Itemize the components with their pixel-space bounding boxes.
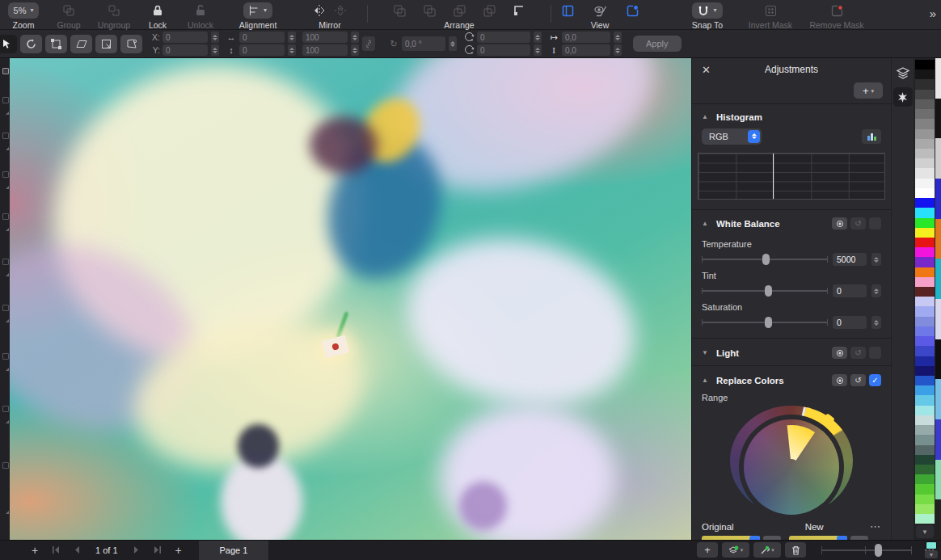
document-color-swatch[interactable] xyxy=(926,541,937,549)
preview-eye-icon[interactable] xyxy=(593,5,607,17)
tint-slider[interactable] xyxy=(702,285,828,297)
edge-swatch[interactable] xyxy=(935,58,941,99)
shift-y-stepper[interactable] xyxy=(614,44,622,56)
perspective-tool-button[interactable] xyxy=(120,35,142,53)
send-backward-icon[interactable] xyxy=(424,5,436,17)
color-swatch[interactable] xyxy=(915,208,935,217)
edge-swatch[interactable] xyxy=(935,339,941,380)
y-input[interactable]: 0 xyxy=(162,44,208,56)
color-swatch[interactable] xyxy=(915,198,935,208)
temperature-stepper[interactable] xyxy=(871,253,881,266)
color-swatch[interactable] xyxy=(915,257,935,267)
color-swatch[interactable] xyxy=(915,336,935,346)
tools-strip[interactable] xyxy=(0,58,10,540)
first-page-button[interactable] xyxy=(45,545,66,556)
rotation-stepper[interactable] xyxy=(449,36,457,51)
color-swatch[interactable] xyxy=(915,465,935,474)
mirror-vertical-icon[interactable] xyxy=(334,5,347,16)
replace-colors-reset-button[interactable]: ↺ xyxy=(850,374,866,386)
skew-y-stepper[interactable] xyxy=(534,44,542,56)
layers-panel-button[interactable] xyxy=(893,63,913,82)
height-stepper[interactable] xyxy=(288,44,296,56)
color-swatch[interactable] xyxy=(915,455,935,465)
color-swatch[interactable] xyxy=(915,60,935,69)
bring-forward-icon[interactable] xyxy=(394,5,406,17)
group-button[interactable]: Group xyxy=(47,0,91,30)
color-swatch[interactable] xyxy=(915,79,935,89)
scale-width-input[interactable]: 100 xyxy=(302,32,348,43)
color-swatch[interactable] xyxy=(915,445,935,455)
page-tab[interactable]: Page 1 xyxy=(199,541,269,560)
ungroup-button[interactable]: Ungroup xyxy=(91,0,137,30)
color-swatch[interactable] xyxy=(915,306,935,316)
layer-opacity-slider[interactable] xyxy=(821,542,912,558)
color-swatch[interactable] xyxy=(915,474,935,484)
color-swatch[interactable] xyxy=(915,376,935,385)
color-swatch[interactable] xyxy=(915,218,935,228)
color-swatch[interactable] xyxy=(915,317,935,326)
color-swatch[interactable] xyxy=(915,356,935,366)
color-scroll-down-button[interactable]: ▼ xyxy=(925,550,938,558)
color-swatch[interactable] xyxy=(915,149,935,158)
shift-y-input[interactable]: 0,0 xyxy=(562,44,610,56)
corner-icon[interactable] xyxy=(513,5,525,16)
new-layer-menu-button[interactable]: ▾ xyxy=(722,542,749,558)
add-page-button[interactable]: + xyxy=(24,544,45,557)
collapse-caret-icon[interactable]: ▲ xyxy=(702,220,710,227)
rotation-input[interactable]: 0,0 ° xyxy=(402,36,445,51)
x-stepper[interactable] xyxy=(211,32,219,43)
edge-swatch[interactable] xyxy=(935,379,941,419)
white-balance-reset-button[interactable]: ↺ xyxy=(850,217,866,229)
temperature-slider[interactable] xyxy=(702,254,828,265)
color-swatch[interactable] xyxy=(915,109,935,119)
color-swatch[interactable] xyxy=(915,188,935,198)
color-swatch[interactable] xyxy=(915,495,935,504)
move-tool-button[interactable] xyxy=(0,35,17,53)
apply-button[interactable]: Apply xyxy=(633,36,681,52)
shift-x-input[interactable]: 0,0 xyxy=(562,32,610,43)
alignment-dropdown[interactable]: ▾ xyxy=(243,2,272,19)
saturation-value[interactable]: 0 xyxy=(833,316,867,329)
shift-x-stepper[interactable] xyxy=(614,32,622,43)
lock-button[interactable]: Lock xyxy=(137,0,178,30)
height-input[interactable]: 0 xyxy=(239,44,285,56)
scale-tool-button[interactable] xyxy=(95,35,117,53)
color-wheel[interactable] xyxy=(730,406,853,516)
channel-select[interactable]: RGB xyxy=(702,128,762,145)
close-icon[interactable]: ✕ xyxy=(702,64,715,76)
scale-height-input[interactable]: 100 xyxy=(302,44,348,56)
scale-height-stepper[interactable] xyxy=(351,44,359,56)
color-swatch[interactable] xyxy=(915,366,935,376)
edge-swatch[interactable] xyxy=(935,419,941,460)
rotate-tool-button[interactable] xyxy=(20,35,42,53)
more-options-button[interactable]: ⋯ xyxy=(870,520,881,533)
remove-mask-button[interactable]: Remove Mask xyxy=(802,0,871,30)
toolbar-overflow-button[interactable]: » xyxy=(930,6,935,20)
color-swatch[interactable] xyxy=(915,90,935,99)
color-swatch[interactable] xyxy=(915,297,935,306)
color-swatch[interactable] xyxy=(915,247,935,257)
color-swatch[interactable] xyxy=(915,99,935,109)
tint-stepper[interactable] xyxy=(871,284,881,297)
histogram-detail-button[interactable] xyxy=(862,129,881,144)
adjustments-panel-button[interactable] xyxy=(893,87,913,107)
color-swatch[interactable] xyxy=(915,277,935,287)
color-swatch[interactable] xyxy=(915,484,935,494)
edge-swatch[interactable] xyxy=(935,219,941,259)
color-swatch[interactable] xyxy=(915,158,935,168)
saturation-stepper[interactable] xyxy=(871,316,881,329)
color-swatch[interactable] xyxy=(915,179,935,188)
color-swatch[interactable] xyxy=(915,504,935,514)
width-stepper[interactable] xyxy=(288,32,296,43)
edge-swatch[interactable] xyxy=(935,179,941,219)
color-swatch[interactable] xyxy=(915,415,935,425)
color-swatch[interactable] xyxy=(915,406,935,415)
pick-color-menu-button[interactable]: ▾ xyxy=(753,542,781,558)
tint-value[interactable]: 0 xyxy=(833,284,867,297)
color-swatch[interactable] xyxy=(915,228,935,238)
color-swatch[interactable] xyxy=(915,267,935,277)
last-page-button[interactable] xyxy=(147,545,168,556)
color-swatch[interactable] xyxy=(915,346,935,356)
edge-swatch[interactable] xyxy=(935,259,941,299)
slider-thumb[interactable] xyxy=(875,544,882,557)
